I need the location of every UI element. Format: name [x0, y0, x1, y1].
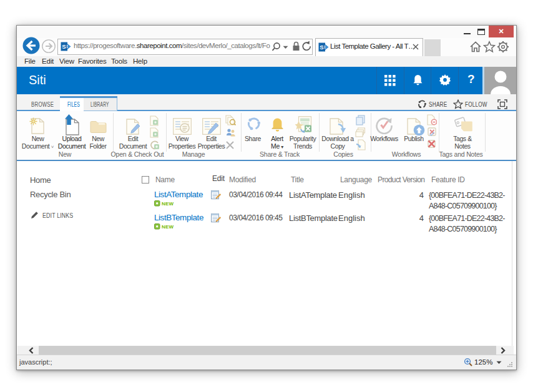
- svg-text:NEW: NEW: [162, 224, 174, 230]
- svg-text:S: S: [62, 43, 66, 50]
- svg-text:NEW: NEW: [162, 201, 174, 207]
- svg-text:S: S: [320, 44, 323, 51]
